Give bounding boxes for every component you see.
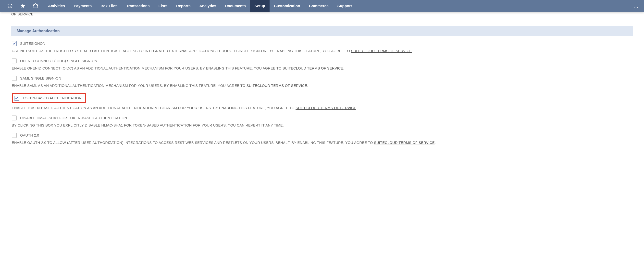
tos-link-oidc[interactable]: SUITECLOUD TERMS OF SERVICE [282,66,343,70]
feature-desc-oidc: ENABLE OPENID CONNECT (OIDC) AS AN ADDIT… [12,66,632,71]
feature-desc-suitesignon: USE NETSUITE AS THE TRUSTED SYSTEM TO AU… [12,48,632,54]
nav-more-icon[interactable]: … [628,3,644,9]
nav-item-box-files[interactable]: Box Files [96,0,122,12]
feature-label-hmac: DISABLE HMAC-SHA1 FOR TOKEN-BASED AUTHEN… [20,116,127,120]
nav-item-payments[interactable]: Payments [69,0,96,12]
feature-row-oauth2: OAUTH 2.0 [12,133,632,138]
checkbox-oauth2[interactable] [12,133,17,138]
tos-link-saml[interactable]: SUITECLOUD TERMS OF SERVICE [246,84,307,88]
star-icon[interactable] [20,3,26,9]
feature-row-saml: SAML SINGLE SIGN-ON [12,76,632,81]
feature-row-tba: TOKEN-BASED AUTHENTICATION [12,93,632,103]
nav-item-setup[interactable]: Setup [250,0,270,12]
feature-row-oidc: OPENID CONNECT (OIDC) SINGLE SIGN-ON [12,58,632,63]
checkbox-tba[interactable] [14,96,19,101]
feature-row-hmac: DISABLE HMAC-SHA1 FOR TOKEN-BASED AUTHEN… [12,116,632,120]
checkbox-saml[interactable] [12,76,17,81]
nav-item-reports[interactable]: Reports [172,0,195,12]
nav-item-lists[interactable]: Lists [154,0,172,12]
feature-list: SUITESIGNONUSE NETSUITE AS THE TRUSTED S… [11,41,633,145]
feature-desc-pre-oauth2: ENABLE OAUTH 2.0 TO ALLOW (AFTER USER AU… [12,141,374,145]
nav-item-support[interactable]: Support [333,0,356,12]
feature-label-saml: SAML SINGLE SIGN-ON [20,76,61,80]
section-header-manage-auth: Manage Authentication [11,26,633,36]
tos-link-suitesignon[interactable]: SUITECLOUD TERMS OF SERVICE [351,49,412,53]
feature-desc-post-tba: . [356,106,357,110]
truncated-prev-link[interactable]: OF SERVICE. [11,12,633,16]
feature-oidc: OPENID CONNECT (OIDC) SINGLE SIGN-ONENAB… [11,58,633,71]
checkbox-hmac[interactable] [12,116,17,120]
nav-menu: ActivitiesPaymentsBox FilesTransactionsL… [44,0,356,12]
feature-saml: SAML SINGLE SIGN-ONENABLE SAML AS AN ADD… [11,76,633,88]
feature-oauth2: OAUTH 2.0ENABLE OAUTH 2.0 TO ALLOW (AFTE… [11,133,633,145]
feature-desc-pre-hmac: BY CLICKING THIS BOX YOU EXPLICITLY DISA… [12,123,284,127]
feature-hmac: DISABLE HMAC-SHA1 FOR TOKEN-BASED AUTHEN… [11,116,633,128]
nav-item-customization[interactable]: Customization [270,0,304,12]
feature-desc-pre-tba: ENABLE TOKEN-BASED AUTHENTICATION AS AN … [12,106,296,110]
feature-desc-oauth2: ENABLE OAUTH 2.0 TO ALLOW (AFTER USER AU… [12,140,632,145]
feature-desc-post-saml: . [307,84,308,88]
nav-icon-group [0,3,39,9]
tos-link-oauth2[interactable]: SUITECLOUD TERMS OF SERVICE [374,141,435,145]
feature-label-oauth2: OAUTH 2.0 [20,133,39,137]
home-icon[interactable] [32,3,39,9]
nav-item-commerce[interactable]: Commerce [304,0,333,12]
checkbox-suitesignon[interactable] [12,41,17,46]
prev-feature-tos-fragment[interactable]: OF SERVICE [11,12,34,16]
highlight-tba: TOKEN-BASED AUTHENTICATION [12,93,86,103]
top-nav: ActivitiesPaymentsBox FilesTransactionsL… [0,0,644,12]
feature-desc-pre-saml: ENABLE SAML AS AN ADDITIONAL AUTHENTICAT… [12,84,246,88]
nav-item-analytics[interactable]: Analytics [195,0,220,12]
feature-label-oidc: OPENID CONNECT (OIDC) SINGLE SIGN-ON [20,59,97,63]
nav-item-documents[interactable]: Documents [220,0,250,12]
feature-row-suitesignon: SUITESIGNON [12,41,632,46]
feature-desc-post-oauth2: . [435,141,436,145]
feature-desc-tba: ENABLE TOKEN-BASED AUTHENTICATION AS AN … [12,105,632,111]
feature-desc-post-oidc: . [343,66,344,70]
recent-icon[interactable] [7,3,13,9]
feature-desc-saml: ENABLE SAML AS AN ADDITIONAL AUTHENTICAT… [12,83,632,88]
checkbox-oidc[interactable] [12,58,17,63]
feature-desc-post-suitesignon: . [412,49,413,53]
feature-desc-pre-suitesignon: USE NETSUITE AS THE TRUSTED SYSTEM TO AU… [12,49,351,53]
feature-label-tba: TOKEN-BASED AUTHENTICATION [22,96,82,100]
feature-desc-hmac: BY CLICKING THIS BOX YOU EXPLICITLY DISA… [12,123,632,128]
feature-desc-pre-oidc: ENABLE OPENID CONNECT (OIDC) AS AN ADDIT… [12,66,282,70]
nav-item-transactions[interactable]: Transactions [122,0,154,12]
tos-link-tba[interactable]: SUITECLOUD TERMS OF SERVICE [296,106,356,110]
feature-suitesignon: SUITESIGNONUSE NETSUITE AS THE TRUSTED S… [11,41,633,54]
feature-tba: TOKEN-BASED AUTHENTICATIONENABLE TOKEN-B… [11,93,633,111]
nav-item-activities[interactable]: Activities [44,0,69,12]
svg-marker-0 [20,4,25,8]
feature-label-suitesignon: SUITESIGNON [20,42,45,45]
page-body: OF SERVICE. Manage Authentication SUITES… [0,12,644,160]
